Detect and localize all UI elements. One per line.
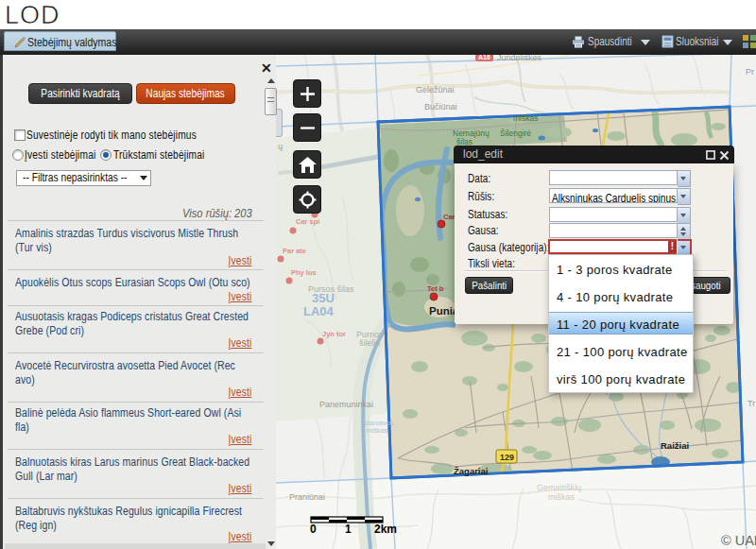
svg-text:A16: A16: [478, 55, 490, 60]
svg-text:Tet b: Tet b: [427, 284, 444, 293]
svg-text:Šilengirė: Šilengirė: [500, 129, 531, 138]
svg-text:1: 1: [345, 523, 352, 536]
svg-text:Bučiūnai: Bučiūnai: [424, 102, 457, 112]
svg-text:Jyn tor: Jyn tor: [322, 330, 346, 338]
svg-text:0: 0: [310, 523, 317, 536]
svg-text:2km: 2km: [374, 523, 397, 536]
svg-text:35U: 35U: [312, 291, 335, 305]
svg-text:miškas: miškas: [548, 492, 576, 502]
svg-text:Žagariai: Žagariai: [454, 466, 488, 476]
svg-text:Praniūnai: Praniūnai: [289, 492, 325, 502]
svg-text:miškas: miškas: [366, 426, 388, 435]
svg-text:miškas: miškas: [513, 113, 538, 123]
svg-text:Pr: Pr: [746, 67, 754, 77]
svg-text:Gemaitiškių: Gemaitiškių: [537, 483, 581, 492]
svg-text:129: 129: [500, 453, 514, 462]
svg-text:Raižiai: Raižiai: [661, 440, 689, 451]
svg-text:LA04: LA04: [303, 304, 335, 318]
svg-text:Geležūnai: Geležūnai: [416, 85, 455, 94]
svg-text:ų: ų: [278, 142, 283, 151]
svg-text:šilelis: šilelis: [359, 338, 381, 348]
svg-text:Par ate: Par ate: [283, 247, 306, 255]
svg-text:© UAB: © UAB: [721, 533, 756, 548]
svg-text:Car spi: Car spi: [296, 217, 319, 226]
svg-text:Jundeliškės: Jundeliškės: [497, 55, 542, 62]
svg-text:Panemuninkai: Panemuninkai: [319, 400, 373, 409]
svg-text:Phy lus: Phy lus: [291, 268, 317, 277]
svg-text:Tr: Tr: [747, 399, 755, 408]
